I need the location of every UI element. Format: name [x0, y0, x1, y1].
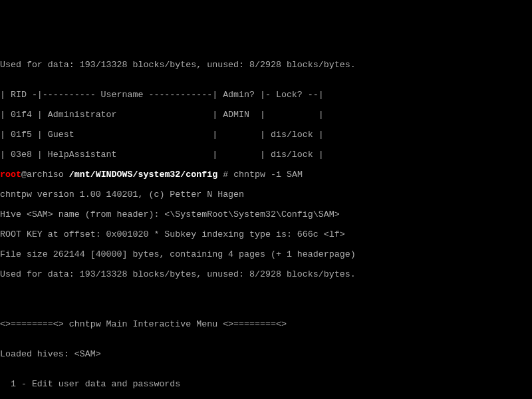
prompt-at: @: [21, 170, 27, 180]
entered-command: chntpw -i SAM: [233, 170, 303, 180]
output-line: Hive <SAM> name (from header): <\SystemR…: [0, 209, 532, 219]
prompt-host: archiso: [27, 170, 64, 180]
output-line: Loaded hives: <SAM>: [0, 349, 532, 359]
prompt-sep: [64, 170, 69, 180]
user-table-header: | RID -|---------- Username ------------…: [0, 90, 532, 100]
prompt-hash: #: [217, 170, 233, 180]
menu-item: 1 - Edit user data and passwords: [0, 379, 532, 389]
output-line: Used for data: 193/13328 blocks/bytes, u…: [0, 60, 532, 70]
prompt-user: root: [0, 170, 21, 180]
terminal[interactable]: Used for data: 193/13328 blocks/bytes, u…: [0, 50, 532, 399]
prompt-cwd: /mnt/WINDOWS/system32/config: [69, 170, 217, 180]
user-table-row: | 01f5 | Guest | | dis/lock |: [0, 130, 532, 140]
output-line: Used for data: 193/13328 blocks/bytes, u…: [0, 269, 532, 279]
user-table-row: | 03e8 | HelpAssistant | | dis/lock |: [0, 150, 532, 160]
user-table-row: | 01f4 | Administrator | ADMIN | |: [0, 110, 532, 120]
menu-heading: <>========<> chntpw Main Interactive Men…: [0, 319, 532, 329]
shell-prompt: root@archiso /mnt/WINDOWS/system32/confi…: [0, 170, 532, 180]
output-line: ROOT KEY at offset: 0x001020 * Subkey in…: [0, 229, 532, 239]
output-line: File size 262144 [40000] bytes, containi…: [0, 249, 532, 259]
output-line: chntpw version 1.00 140201, (c) Petter N…: [0, 190, 532, 200]
